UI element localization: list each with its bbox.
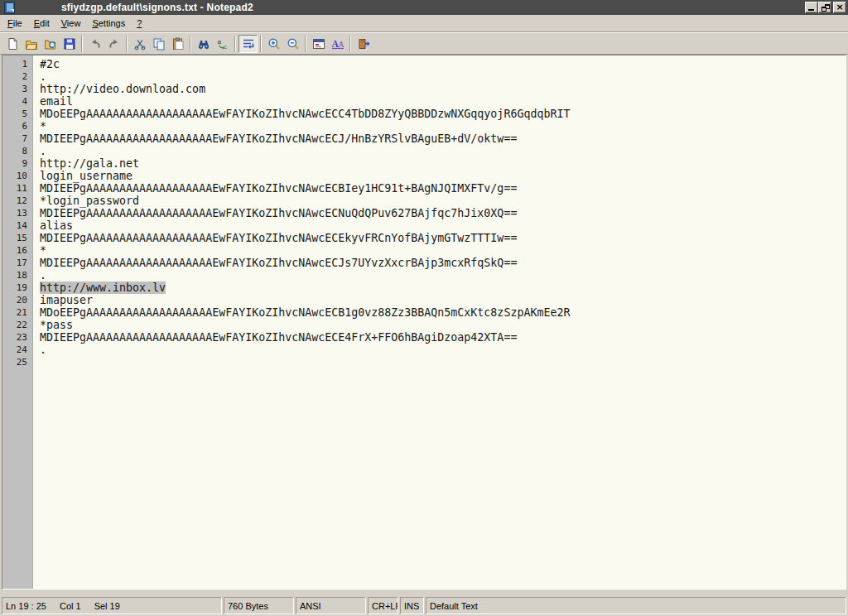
line-number[interactable]: 8 (2, 145, 32, 157)
open-file-icon (25, 37, 38, 51)
code-line[interactable]: * (40, 120, 846, 132)
line-number[interactable]: 11 (2, 182, 32, 195)
scheme-config-button[interactable] (309, 35, 328, 53)
restore-button[interactable] (818, 2, 831, 13)
code-line[interactable]: alias (40, 219, 846, 232)
exit-button[interactable] (354, 35, 373, 53)
code-line[interactable]: . (40, 344, 846, 356)
line-number[interactable]: 7 (2, 132, 32, 145)
status-encoding-panel[interactable]: ANSI (296, 597, 366, 614)
line-number[interactable]: 3 (2, 83, 32, 95)
paste-button[interactable] (168, 35, 187, 53)
menu-item-help[interactable]: ? (131, 17, 147, 30)
code-line[interactable]: MDIEEPgAAAAAAAAAAAAAAAAAAAEwFAYIKoZIhvcN… (40, 232, 846, 244)
status-selection: Sel 19 (94, 601, 120, 611)
line-number[interactable]: 12 (2, 195, 32, 207)
line-number[interactable]: 4 (2, 95, 32, 108)
text-content[interactable]: #2c.http://video.download.comemailMDoEEP… (33, 55, 846, 589)
menu-item-file[interactable]: File (2, 17, 28, 30)
close-button[interactable]: × (833, 2, 846, 13)
status-lineending-panel[interactable]: CR+LF (368, 597, 398, 614)
code-line[interactable]: *login_password (40, 195, 846, 207)
selected-text: http://www.inbox.lv (40, 282, 166, 294)
find-icon (197, 37, 210, 51)
toolbar-separator (81, 36, 83, 52)
code-line[interactable]: . (40, 145, 846, 157)
new-file-icon (6, 37, 19, 51)
menu-item-edit[interactable]: Edit (28, 17, 55, 30)
zoom-in-icon (267, 37, 281, 51)
open-file-button[interactable] (22, 35, 41, 53)
status-scheme-panel[interactable]: Default Text (426, 597, 846, 614)
line-number-gutter[interactable]: 1234567891011121314151617181920212223242… (2, 55, 33, 589)
line-number[interactable]: 18 (2, 269, 32, 282)
line-number[interactable]: 23 (2, 331, 32, 344)
line-number[interactable]: 14 (2, 219, 32, 232)
line-number[interactable]: 21 (2, 306, 32, 319)
editor-area[interactable]: 1234567891011121314151617181920212223242… (2, 55, 846, 590)
line-number[interactable]: 9 (2, 157, 32, 170)
line-number[interactable]: 2 (2, 70, 32, 83)
code-line[interactable]: MDoEEPgAAAAAAAAAAAAAAAAAAAEwFAYIKoZIhvcN… (40, 108, 846, 120)
zoom-out-icon (287, 37, 300, 51)
replace-button[interactable]: ac (213, 35, 232, 53)
line-number[interactable]: 5 (2, 108, 32, 120)
status-filesize-panel[interactable]: 760 Bytes (224, 597, 294, 614)
toolbar-separator (234, 36, 236, 52)
new-file-button[interactable] (2, 35, 22, 53)
status-encoding: ANSI (300, 601, 321, 611)
zoom-in-button[interactable] (264, 35, 283, 53)
line-number[interactable]: 20 (2, 294, 32, 306)
code-line[interactable]: . (40, 269, 846, 282)
notepad2-icon[interactable] (3, 2, 15, 13)
line-number[interactable]: 13 (2, 207, 32, 219)
code-line[interactable]: MDIEEPgAAAAAAAAAAAAAAAAAAAEwFAYIKoZIhvcN… (40, 257, 846, 269)
save-file-button[interactable] (60, 35, 79, 53)
menu-item-settings[interactable]: Settings (86, 17, 131, 30)
code-line[interactable]: *pass (40, 319, 846, 331)
minimize-button[interactable] (805, 2, 818, 13)
code-line[interactable]: http://www.inbox.lv (40, 282, 846, 294)
code-line[interactable]: MDIEEPgAAAAAAAAAAAAAAAAAAAEwFAYIKoZIhvcN… (40, 207, 846, 219)
menu-item-view[interactable]: View (55, 17, 87, 30)
code-line[interactable]: MDIEEPgAAAAAAAAAAAAAAAAAAAEwFAYIKoZIhvcN… (40, 182, 846, 195)
line-number[interactable]: 6 (2, 120, 32, 132)
scheme-config-icon (312, 37, 325, 51)
find-button[interactable] (194, 35, 213, 53)
undo-button[interactable] (85, 35, 104, 53)
status-position-panel[interactable]: Ln 19 : 25 Col 1 Sel 19 (2, 597, 222, 614)
line-number[interactable]: 22 (2, 319, 32, 331)
line-number[interactable]: 25 (2, 356, 32, 368)
code-line[interactable]: * (40, 244, 846, 257)
line-number[interactable]: 17 (2, 257, 32, 269)
code-line[interactable]: http://gala.net (40, 157, 846, 170)
line-number[interactable]: 10 (2, 170, 32, 182)
code-line[interactable]: MDIEEPgAAAAAAAAAAAAAAAAAAAEwFAYIKoZIhvcN… (40, 132, 846, 145)
line-number[interactable]: 16 (2, 244, 32, 257)
line-number[interactable]: 19 (2, 282, 32, 294)
code-line[interactable]: MDIEEPgAAAAAAAAAAAAAAAAAAAEwFAYIKoZIhvcN… (40, 331, 846, 344)
line-number[interactable]: 24 (2, 344, 32, 356)
cut-button[interactable] (130, 35, 149, 53)
code-line[interactable]: http://video.download.com (40, 83, 846, 95)
code-line[interactable]: email (40, 95, 846, 108)
code-line[interactable]: MDoEEPgAAAAAAAAAAAAAAAAAAAEwFAYIKoZIhvcN… (40, 306, 846, 319)
code-line[interactable]: #2c (40, 58, 846, 70)
line-number[interactable]: 15 (2, 232, 32, 244)
code-line[interactable]: login_username (40, 170, 846, 182)
line-number[interactable]: 1 (2, 58, 32, 70)
code-line[interactable]: imapuser (40, 294, 846, 306)
redo-button[interactable] (104, 35, 123, 53)
word-wrap-icon (242, 37, 255, 51)
exit-icon (357, 37, 370, 51)
status-insertmode-panel[interactable]: INS (400, 597, 424, 614)
word-wrap-button[interactable] (238, 35, 258, 53)
code-line[interactable] (40, 356, 846, 368)
select-font-button[interactable]: AA (328, 35, 347, 53)
browse-files-button[interactable] (41, 35, 60, 53)
code-line[interactable]: . (40, 70, 846, 83)
zoom-out-button[interactable] (283, 35, 302, 53)
copy-button[interactable] (149, 35, 168, 53)
toolbar-separator (305, 36, 306, 52)
undo-icon (89, 37, 102, 51)
